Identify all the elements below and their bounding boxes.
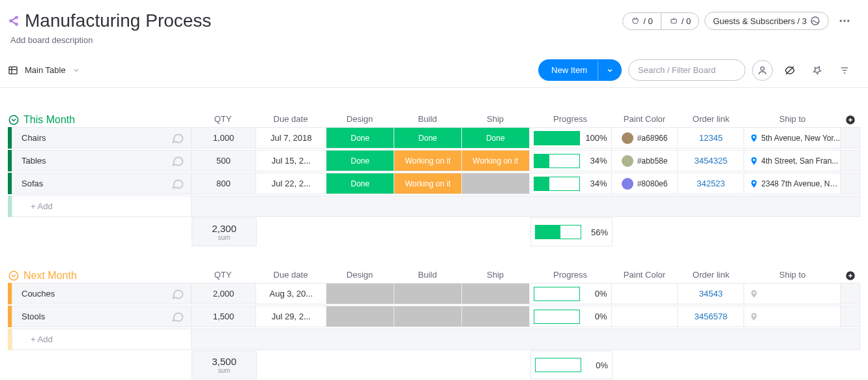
row-end <box>841 306 860 327</box>
paint-cell[interactable]: #8080e6 <box>612 173 678 194</box>
chat-icon[interactable] <box>171 132 184 145</box>
status-cell[interactable]: Done <box>326 127 394 149</box>
chat-icon[interactable] <box>171 154 184 168</box>
add-column-button[interactable] <box>841 270 860 282</box>
column-header-shipto[interactable]: Ship to <box>744 114 841 126</box>
column-header-qty[interactable]: QTY <box>190 114 255 126</box>
column-header-build[interactable]: Build <box>394 270 461 282</box>
status-cell[interactable]: Done <box>326 150 394 171</box>
paint-cell[interactable]: #a68966 <box>612 127 678 149</box>
svg-point-8 <box>843 20 845 22</box>
status-cell[interactable]: Done <box>326 173 394 194</box>
status-cell[interactable]: Working on it <box>394 173 462 194</box>
board-description[interactable]: Add board description <box>10 35 211 45</box>
due-cell[interactable]: Jul 29, 2... <box>256 306 326 327</box>
add-item-button[interactable]: + Add <box>12 196 192 217</box>
column-header-build[interactable]: Build <box>394 114 461 126</box>
item-name[interactable]: Chairs <box>22 133 46 143</box>
order-link-cell[interactable]: 34543 <box>678 283 744 304</box>
column-header-design[interactable]: Design <box>326 270 394 282</box>
person-filter-button[interactable] <box>752 60 773 81</box>
table-row[interactable]: Chairs 1,000 Jul 7, 2018 DoneDoneDone 10… <box>8 127 860 149</box>
column-header-ship[interactable]: Ship <box>461 114 529 126</box>
item-name[interactable]: Stools <box>22 312 45 321</box>
due-cell[interactable]: Aug 3, 20... <box>256 283 326 304</box>
chat-icon[interactable] <box>171 177 184 190</box>
status-cell[interactable] <box>462 283 530 304</box>
chat-icon[interactable] <box>171 310 184 323</box>
table-row[interactable]: Stools 1,500 Jul 29, 2... 0% 3456578 <box>8 306 860 327</box>
column-header-qty[interactable]: QTY <box>190 270 255 282</box>
table-row[interactable]: Tables 500 Jul 15, 2... DoneWorking on i… <box>8 150 860 171</box>
column-header-ship[interactable]: Ship <box>461 270 529 282</box>
column-header-paint[interactable]: Paint Color <box>611 114 678 126</box>
item-name[interactable]: Sofas <box>22 179 43 188</box>
filter-button[interactable] <box>834 60 855 81</box>
status-cell[interactable]: Working on it <box>462 150 530 171</box>
status-cell[interactable] <box>462 306 530 327</box>
column-header-design[interactable]: Design <box>326 114 394 126</box>
item-name[interactable]: Couches <box>22 289 55 299</box>
order-link-cell[interactable]: 3454325 <box>678 150 744 171</box>
group-title[interactable]: Next Month <box>23 270 77 282</box>
ship-to-cell[interactable]: 2348 7th Avenue, Ne... <box>744 173 841 194</box>
status-cell[interactable] <box>326 306 394 327</box>
qty-cell[interactable]: 500 <box>192 150 257 171</box>
column-header-due[interactable]: Due date <box>255 114 326 126</box>
pin-button[interactable] <box>807 60 828 81</box>
column-header-paint[interactable]: Paint Color <box>611 270 678 282</box>
guests-button[interactable]: Guests & Subscribers / 3 <box>704 12 829 30</box>
add-item-button[interactable]: + Add <box>12 329 192 350</box>
hide-columns-button[interactable] <box>779 60 800 81</box>
table-row[interactable]: Couches 2,000 Aug 3, 20... 0% 34543 <box>8 283 860 304</box>
new-item-dropdown[interactable] <box>598 61 622 80</box>
chat-icon[interactable] <box>171 287 184 300</box>
ship-to-cell[interactable]: 4th Street, San Fran... <box>744 150 841 171</box>
order-link-cell[interactable]: 12345 <box>678 127 744 149</box>
add-column-button[interactable] <box>841 114 860 126</box>
column-header-progress[interactable]: Progress <box>529 270 611 282</box>
qty-cell[interactable]: 1,500 <box>192 306 257 327</box>
view-selector[interactable]: Main Table <box>8 65 80 76</box>
status-cell[interactable]: Working on it <box>394 150 462 171</box>
color-dot <box>622 155 633 167</box>
paint-cell[interactable] <box>612 283 678 304</box>
column-header-due[interactable]: Due date <box>255 270 326 282</box>
new-item-button[interactable]: New Item <box>538 59 622 81</box>
ship-to-cell[interactable] <box>744 306 841 327</box>
item-name[interactable]: Tables <box>22 156 46 166</box>
qty-cell[interactable]: 2,000 <box>192 283 257 304</box>
more-menu-icon[interactable] <box>834 10 855 31</box>
ship-to-cell[interactable]: 5th Avenue, New Yor... <box>744 127 841 149</box>
qty-cell[interactable]: 1,000 <box>192 127 257 149</box>
due-cell[interactable]: Jul 7, 2018 <box>256 127 326 149</box>
column-header-shipto[interactable]: Ship to <box>744 270 841 282</box>
order-link-cell[interactable]: 342523 <box>678 173 744 194</box>
board-title[interactable]: Manufacturing Process <box>25 10 211 31</box>
chevron-down-icon <box>72 66 80 74</box>
status-cell[interactable] <box>394 306 462 327</box>
due-cell[interactable]: Jul 15, 2... <box>256 150 326 171</box>
due-cell[interactable]: Jul 22, 2... <box>256 173 326 194</box>
group-collapse-icon[interactable] <box>8 270 20 282</box>
group-title[interactable]: This Month <box>23 114 75 126</box>
svg-rect-10 <box>9 66 17 74</box>
ship-to-cell[interactable] <box>744 283 841 304</box>
order-link-cell[interactable]: 3456578 <box>678 306 744 327</box>
paint-cell[interactable] <box>612 306 678 327</box>
status-cell[interactable]: Done <box>462 127 530 149</box>
automations-button[interactable]: / 0 <box>661 13 699 29</box>
column-header-order[interactable]: Order link <box>678 270 744 282</box>
status-cell[interactable] <box>462 173 530 194</box>
table-row[interactable]: Sofas 800 Jul 22, 2... DoneWorking on it… <box>8 173 860 194</box>
status-cell[interactable] <box>326 283 394 304</box>
status-cell[interactable] <box>394 283 462 304</box>
group-collapse-icon[interactable] <box>8 114 20 126</box>
paint-cell[interactable]: #abb58e <box>612 150 678 171</box>
column-header-order[interactable]: Order link <box>678 114 744 126</box>
status-cell[interactable]: Done <box>394 127 462 149</box>
integrations-button[interactable]: / 0 <box>623 13 661 29</box>
qty-cell[interactable]: 800 <box>192 173 257 194</box>
column-header-progress[interactable]: Progress <box>529 114 611 126</box>
search-input[interactable] <box>628 59 745 81</box>
